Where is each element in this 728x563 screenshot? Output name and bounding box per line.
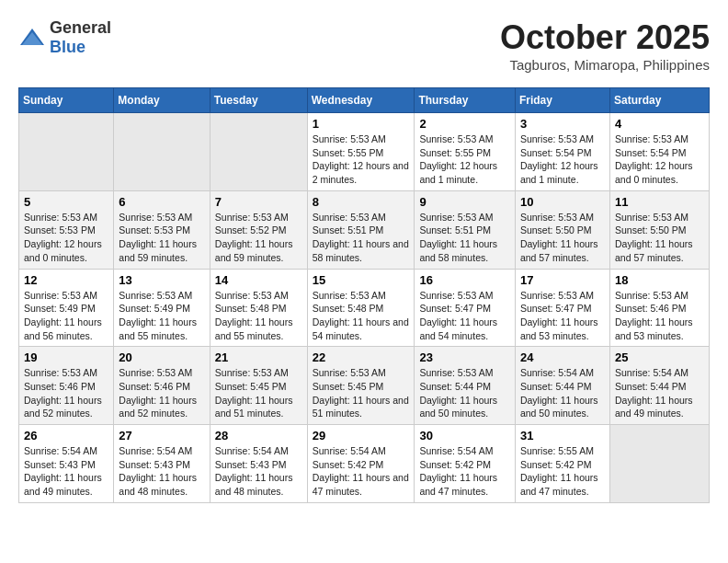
calendar-cell: 15Sunrise: 5:53 AMSunset: 5:48 PMDayligh… [307, 269, 415, 347]
calendar-cell [609, 425, 709, 503]
day-number: 29 [313, 429, 410, 442]
day-number: 19 [24, 350, 108, 364]
cell-sun-info: Sunrise: 5:54 AMSunset: 5:44 PMDaylight:… [520, 366, 605, 420]
cell-sun-info: Sunrise: 5:53 AMSunset: 5:48 PMDaylight:… [313, 289, 410, 343]
calendar-cell: 2Sunrise: 5:53 AMSunset: 5:55 PMDaylight… [415, 113, 516, 191]
cell-sun-info: Sunrise: 5:53 AMSunset: 5:53 PMDaylight:… [119, 211, 204, 265]
day-number: 28 [215, 429, 302, 442]
calendar-table: SundayMondayTuesdayWednesdayThursdayFrid… [18, 87, 710, 503]
week-row-3: 12Sunrise: 5:53 AMSunset: 5:49 PMDayligh… [19, 269, 710, 347]
day-number: 31 [520, 429, 605, 442]
cell-sun-info: Sunrise: 5:53 AMSunset: 5:45 PMDaylight:… [215, 366, 302, 420]
cell-sun-info: Sunrise: 5:53 AMSunset: 5:49 PMDaylight:… [24, 289, 108, 343]
cell-sun-info: Sunrise: 5:53 AMSunset: 5:46 PMDaylight:… [119, 366, 204, 420]
day-number: 18 [615, 273, 704, 287]
calendar-cell: 25Sunrise: 5:54 AMSunset: 5:44 PMDayligh… [609, 347, 709, 425]
calendar-cell: 21Sunrise: 5:53 AMSunset: 5:45 PMDayligh… [210, 347, 307, 425]
calendar-cell: 30Sunrise: 5:54 AMSunset: 5:42 PMDayligh… [415, 425, 516, 503]
day-number: 16 [419, 273, 510, 287]
col-header-saturday: Saturday [609, 88, 709, 113]
col-header-sunday: Sunday [19, 88, 114, 113]
col-header-wednesday: Wednesday [307, 88, 415, 113]
calendar-cell: 28Sunrise: 5:54 AMSunset: 5:43 PMDayligh… [210, 425, 307, 503]
calendar-cell: 10Sunrise: 5:53 AMSunset: 5:50 PMDayligh… [515, 190, 609, 269]
calendar-cell: 18Sunrise: 5:53 AMSunset: 5:46 PMDayligh… [609, 269, 709, 347]
cell-sun-info: Sunrise: 5:53 AMSunset: 5:48 PMDaylight:… [215, 289, 302, 343]
cell-sun-info: Sunrise: 5:53 AMSunset: 5:47 PMDaylight:… [520, 289, 605, 343]
day-number: 27 [119, 429, 204, 442]
calendar-cell [210, 113, 307, 191]
header-row: SundayMondayTuesdayWednesdayThursdayFrid… [19, 88, 710, 113]
calendar-cell: 16Sunrise: 5:53 AMSunset: 5:47 PMDayligh… [415, 269, 516, 347]
calendar-cell: 20Sunrise: 5:53 AMSunset: 5:46 PMDayligh… [114, 347, 210, 425]
calendar-cell: 29Sunrise: 5:54 AMSunset: 5:42 PMDayligh… [307, 425, 415, 503]
day-number: 15 [313, 273, 410, 287]
day-number: 1 [313, 117, 410, 131]
day-number: 7 [215, 195, 302, 209]
day-number: 2 [419, 117, 510, 131]
calendar-cell: 14Sunrise: 5:53 AMSunset: 5:48 PMDayligh… [210, 269, 307, 347]
day-number: 21 [215, 350, 302, 364]
logo-icon [18, 27, 46, 49]
calendar-cell [19, 113, 114, 191]
calendar-cell: 1Sunrise: 5:53 AMSunset: 5:55 PMDaylight… [307, 113, 415, 191]
calendar-cell: 22Sunrise: 5:53 AMSunset: 5:45 PMDayligh… [307, 347, 415, 425]
day-number: 8 [313, 195, 410, 209]
logo-general: General [50, 18, 111, 37]
day-number: 30 [419, 429, 510, 442]
cell-sun-info: Sunrise: 5:53 AMSunset: 5:55 PMDaylight:… [313, 132, 410, 187]
day-number: 25 [615, 350, 704, 364]
week-row-1: 1Sunrise: 5:53 AMSunset: 5:55 PMDaylight… [19, 113, 710, 191]
calendar-cell: 3Sunrise: 5:53 AMSunset: 5:54 PMDaylight… [515, 113, 609, 191]
cell-sun-info: Sunrise: 5:55 AMSunset: 5:42 PMDaylight:… [520, 444, 605, 499]
day-number: 5 [24, 195, 108, 209]
day-number: 26 [24, 429, 108, 442]
week-row-5: 26Sunrise: 5:54 AMSunset: 5:43 PMDayligh… [19, 425, 710, 503]
col-header-tuesday: Tuesday [210, 88, 307, 113]
cell-sun-info: Sunrise: 5:54 AMSunset: 5:43 PMDaylight:… [24, 444, 108, 499]
day-number: 17 [520, 273, 605, 287]
day-number: 3 [520, 117, 605, 131]
logo-blue: Blue [50, 38, 85, 56]
col-header-friday: Friday [515, 88, 609, 113]
cell-sun-info: Sunrise: 5:53 AMSunset: 5:46 PMDaylight:… [24, 366, 108, 420]
cell-sun-info: Sunrise: 5:54 AMSunset: 5:44 PMDaylight:… [615, 366, 704, 420]
calendar-cell: 5Sunrise: 5:53 AMSunset: 5:53 PMDaylight… [19, 190, 114, 269]
week-row-4: 19Sunrise: 5:53 AMSunset: 5:46 PMDayligh… [19, 347, 710, 425]
cell-sun-info: Sunrise: 5:53 AMSunset: 5:55 PMDaylight:… [419, 132, 510, 187]
cell-sun-info: Sunrise: 5:54 AMSunset: 5:43 PMDaylight:… [119, 444, 204, 499]
cell-sun-info: Sunrise: 5:53 AMSunset: 5:50 PMDaylight:… [520, 211, 605, 265]
calendar-cell: 31Sunrise: 5:55 AMSunset: 5:42 PMDayligh… [515, 425, 609, 503]
calendar-cell: 24Sunrise: 5:54 AMSunset: 5:44 PMDayligh… [515, 347, 609, 425]
page-header: General Blue October 2025 Tagburos, Mima… [18, 18, 710, 73]
cell-sun-info: Sunrise: 5:53 AMSunset: 5:44 PMDaylight:… [419, 366, 510, 420]
day-number: 13 [119, 273, 204, 287]
cell-sun-info: Sunrise: 5:53 AMSunset: 5:51 PMDaylight:… [313, 211, 410, 265]
logo: General Blue [18, 18, 111, 57]
cell-sun-info: Sunrise: 5:53 AMSunset: 5:54 PMDaylight:… [520, 132, 605, 187]
cell-sun-info: Sunrise: 5:53 AMSunset: 5:49 PMDaylight:… [119, 289, 204, 343]
calendar-cell: 4Sunrise: 5:53 AMSunset: 5:54 PMDaylight… [609, 113, 709, 191]
day-number: 22 [313, 350, 410, 364]
cell-sun-info: Sunrise: 5:53 AMSunset: 5:52 PMDaylight:… [215, 211, 302, 265]
calendar-cell: 8Sunrise: 5:53 AMSunset: 5:51 PMDaylight… [307, 190, 415, 269]
day-number: 20 [119, 350, 204, 364]
week-row-2: 5Sunrise: 5:53 AMSunset: 5:53 PMDaylight… [19, 190, 710, 269]
calendar-cell [114, 113, 210, 191]
day-number: 23 [419, 350, 510, 364]
day-number: 4 [615, 117, 704, 131]
cell-sun-info: Sunrise: 5:53 AMSunset: 5:50 PMDaylight:… [615, 211, 704, 265]
day-number: 10 [520, 195, 605, 209]
day-number: 11 [615, 195, 704, 209]
calendar-cell: 7Sunrise: 5:53 AMSunset: 5:52 PMDaylight… [210, 190, 307, 269]
col-header-thursday: Thursday [415, 88, 516, 113]
logo-text: General Blue [50, 18, 111, 57]
cell-sun-info: Sunrise: 5:54 AMSunset: 5:42 PMDaylight:… [313, 444, 410, 499]
day-number: 9 [419, 195, 510, 209]
col-header-monday: Monday [114, 88, 210, 113]
calendar-cell: 17Sunrise: 5:53 AMSunset: 5:47 PMDayligh… [515, 269, 609, 347]
cell-sun-info: Sunrise: 5:53 AMSunset: 5:53 PMDaylight:… [24, 211, 108, 265]
calendar-cell: 12Sunrise: 5:53 AMSunset: 5:49 PMDayligh… [19, 269, 114, 347]
cell-sun-info: Sunrise: 5:53 AMSunset: 5:45 PMDaylight:… [313, 366, 410, 420]
cell-sun-info: Sunrise: 5:53 AMSunset: 5:46 PMDaylight:… [615, 289, 704, 343]
